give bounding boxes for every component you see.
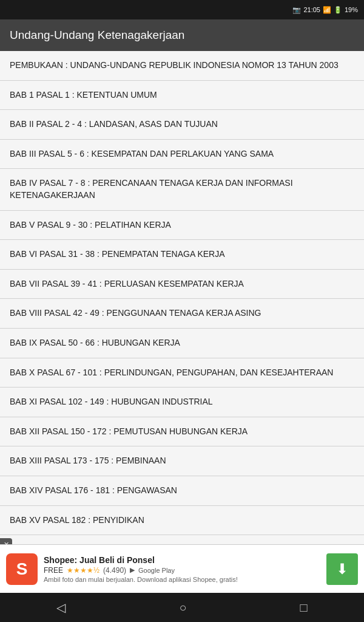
battery-icon: 🔋: [334, 6, 342, 14]
back-button[interactable]: ◁: [44, 595, 78, 620]
status-bar: 📷 21:05 📶 🔋 19%: [0, 0, 364, 19]
ad-app-icon: S: [6, 553, 38, 585]
status-time: 21:05: [303, 6, 320, 13]
download-icon: ⬇: [336, 561, 348, 578]
google-play-icon: ▶: [130, 566, 135, 574]
list-item-text: BAB XIV PASAL 176 - 181 : PENGAWASAN: [10, 485, 177, 495]
ad-download-button[interactable]: ⬇: [326, 553, 358, 585]
list-item[interactable]: BAB XIII PASAL 173 - 175 : PEMBINAAN: [0, 446, 364, 476]
list-item-text: BAB XV PASAL 182 : PENYIDIKAN: [10, 515, 144, 525]
ad-free-label: FREE: [44, 566, 63, 575]
list-item[interactable]: BAB X PASAL 67 - 101 : PERLINDUNGAN, PEN…: [0, 358, 364, 388]
menu-button[interactable]: □: [288, 596, 319, 620]
list-item-text: BAB V PASAL 9 - 30 : PELATIHAN KERJA: [10, 220, 171, 230]
list-item-text: BAB IX PASAL 50 - 66 : HUBUNGAN KERJA: [10, 338, 180, 347]
list-item[interactable]: BAB VI PASAL 31 - 38 : PENEMPATAN TENAGA…: [0, 240, 364, 270]
list-item[interactable]: BAB XI PASAL 102 - 149 : HUBUNGAN INDUST…: [0, 388, 364, 417]
status-icons: 📷 21:05 📶 🔋 19%: [292, 6, 358, 14]
list-item-text: BAB 1 PASAL 1 : KETENTUAN UMUM: [10, 90, 157, 100]
ad-rating: (4.490): [103, 566, 126, 575]
list-item[interactable]: BAB II PASAL 2 - 4 : LANDASAN, ASAS DAN …: [0, 110, 364, 140]
google-play-text: Google Play: [138, 567, 175, 574]
toolbar: Undang-Undang Ketenagakerjaan: [0, 19, 364, 51]
list-item[interactable]: BAB XV PASAL 182 : PENYIDIKAN: [0, 506, 364, 536]
home-button[interactable]: ○: [167, 596, 198, 620]
list-item[interactable]: BAB V PASAL 9 - 30 : PELATIHAN KERJA: [0, 211, 364, 241]
page-title: Undang-Undang Ketenagakerjaan: [10, 29, 184, 42]
list-item[interactable]: PEMBUKAAN : UNDANG-UNDANG REPUBLIK INDON…: [0, 51, 364, 81]
battery-percent: 19%: [345, 6, 358, 13]
list-item[interactable]: BAB VIII PASAL 42 - 49 : PENGGUNAAN TENA…: [0, 299, 364, 329]
list-item[interactable]: BAB III PASAL 5 - 6 : KESEMPATAN DAN PER…: [0, 140, 364, 169]
list-item-text: BAB VI PASAL 31 - 38 : PENEMPATAN TENAGA…: [10, 249, 225, 259]
ad-banner: S Shopee: Jual Beli di Ponsel FREE ★★★★½…: [0, 544, 364, 593]
signal-icon: 📶: [323, 6, 331, 14]
ad-content: Shopee: Jual Beli di Ponsel FREE ★★★★½ (…: [44, 555, 320, 583]
camera-icon: 📷: [292, 6, 301, 14]
list-item-text: BAB VII PASAL 39 - 41 : PERLUASAN KESEMP…: [10, 279, 244, 289]
ad-title: Shopee: Jual Beli di Ponsel: [44, 555, 320, 565]
list-item[interactable]: BAB XII PASAL 150 - 172 : PEMUTUSAN HUBU…: [0, 417, 364, 447]
list-item[interactable]: BAB IX PASAL 50 - 66 : HUBUNGAN KERJA: [0, 329, 364, 358]
list-item-text: BAB XII PASAL 150 - 172 : PEMUTUSAN HUBU…: [10, 426, 248, 436]
list-item-text: BAB VIII PASAL 42 - 49 : PENGGUNAAN TENA…: [10, 308, 261, 318]
list-item-text: BAB III PASAL 5 - 6 : KESEMPATAN DAN PER…: [10, 149, 274, 159]
list-item-text: BAB XIII PASAL 173 - 175 : PEMBINAAN: [10, 456, 166, 465]
list-item-text: BAB II PASAL 2 - 4 : LANDASAN, ASAS DAN …: [10, 119, 218, 129]
list-item-text: BAB X PASAL 67 - 101 : PERLINDUNGAN, PEN…: [10, 367, 333, 377]
list-item-text: PEMBUKAAN : UNDANG-UNDANG REPUBLIK INDON…: [10, 60, 339, 70]
list-item[interactable]: BAB VII PASAL 39 - 41 : PERLUASAN KESEMP…: [0, 270, 364, 299]
ad-icon-letter: S: [16, 559, 28, 579]
ad-meta: FREE ★★★★½ (4.490) ▶ Google Play: [44, 566, 320, 575]
list-item[interactable]: BAB 1 PASAL 1 : KETENTUAN UMUM: [0, 81, 364, 111]
list-item-text: BAB XI PASAL 102 - 149 : HUBUNGAN INDUST…: [10, 397, 213, 406]
ad-stars: ★★★★½: [67, 566, 99, 575]
list-item[interactable]: BAB IV PASAL 7 - 8 : PERENCANAAN TENAGA …: [0, 169, 364, 210]
list-item-text: BAB IV PASAL 7 - 8 : PERENCANAAN TENAGA …: [10, 178, 293, 200]
ad-subtitle: Ambil foto dan mulai berjualan. Download…: [44, 576, 320, 583]
list-item[interactable]: BAB XIV PASAL 176 - 181 : PENGAWASAN: [0, 476, 364, 506]
content-list: PEMBUKAAN : UNDANG-UNDANG REPUBLIK INDON…: [0, 51, 364, 593]
navigation-bar: ◁ ○ □: [0, 593, 364, 622]
